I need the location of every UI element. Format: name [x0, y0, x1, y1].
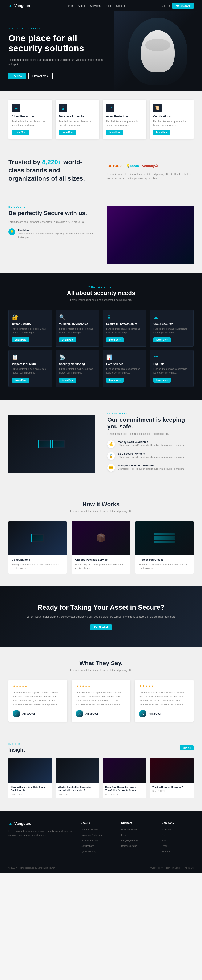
insight-card-3: Does Your Computer Have a Virus? Here's … [103, 758, 146, 798]
instagram-icon[interactable]: ig [168, 4, 170, 7]
footer-link-cyber[interactable]: Cyber Security [81, 850, 96, 853]
footer-col-title-1: Secure [81, 821, 113, 824]
footer-about-link[interactable]: About Us [185, 867, 194, 869]
nav-logo: ▲ Vanguard [8, 3, 32, 8]
footer-link-database[interactable]: Database Protection [81, 834, 102, 836]
trusted-right: ⊙UTOSIA 💡ideaa velocity⑨ Lorem ipsum dol… [107, 164, 194, 181]
insight-date-1: Nov 12, 2023 [11, 793, 50, 795]
dark-service-btn-5[interactable]: Learn More [12, 378, 29, 383]
how-works-title: How it Works [8, 501, 194, 508]
secure-feature-text-1: The Idea Furcibe interdum dolor consecte… [18, 229, 95, 239]
nav-about[interactable]: About [78, 4, 85, 7]
testimonial-author-2: A Anita Oyer [76, 710, 126, 718]
navbar: ▲ Vanguard Home About Services Blog Cont… [0, 0, 202, 11]
dark-service-desc-7: Furcibe interdum ac placerat hac laoreet… [106, 367, 143, 375]
cyber-security-icon: 🔐 [12, 314, 49, 320]
hero-discover-button[interactable]: Discover More [29, 73, 53, 80]
monitor-screen-1 [39, 441, 50, 447]
insights-view-all-button[interactable]: View All [180, 745, 194, 750]
footer-link-blog[interactable]: Blog [162, 834, 166, 836]
service-title-1: Cloud Protection [12, 115, 49, 118]
dark-service-btn-1[interactable]: Learn More [12, 337, 29, 342]
service-title-3: Asset Protection [106, 115, 143, 118]
footer-terms-link[interactable]: Terms of Service [166, 867, 181, 869]
service-desc-3: Furcibe interdum ac placerat hac laoreet… [106, 119, 143, 127]
how-card-title-1: Consultations [12, 558, 63, 561]
service-btn-2[interactable]: Learn More [59, 130, 76, 135]
footer-link-jobs[interactable]: Jobs [162, 839, 167, 842]
footer-logo: ▲ Vanguard [8, 821, 72, 826]
footer-link-forums[interactable]: Forums [121, 834, 129, 836]
dark-service-desc-1: Furcibe interdum ac placerat hac laoreet… [12, 327, 49, 334]
twitter-icon[interactable]: t [162, 4, 162, 7]
cta-button[interactable]: Get Started [90, 624, 112, 630]
dark-service-btn-3[interactable]: Learn More [106, 337, 123, 342]
dark-service-title-8: Big Data [153, 363, 190, 366]
footer-link-cert[interactable]: Certifications [81, 845, 94, 847]
nav-contact[interactable]: Contact [116, 4, 126, 7]
dark-service-btn-7[interactable]: Learn More [106, 378, 123, 383]
footer-copyright: © 2023 All Rights Reserved by Vanguard S… [8, 867, 55, 869]
footer-link-asset[interactable]: Asset Protection [81, 839, 98, 842]
hero-section: Secure Your Asset One place for all secu… [0, 11, 202, 91]
commitment-right: Commitment Our commitment is keeping you… [107, 412, 194, 476]
hero-description: Tincidunt lobortis blandit aenean dolor … [8, 57, 109, 67]
how-card-desc-3: Nutraque quam cursus placerat havend lao… [139, 563, 190, 570]
footer-links-3: About Us Blog Jobs Press Partners [162, 827, 194, 853]
hero-try-button[interactable]: Try Now [8, 73, 26, 80]
stars-3: ★★★★★ [139, 684, 189, 688]
robot-head [141, 30, 175, 72]
footer-link-cloud[interactable]: Cloud Protection [81, 828, 98, 831]
commitment-title: Our commitment is keeping you safe. [107, 417, 194, 430]
hero-image [114, 11, 202, 91]
stars-2: ★★★★★ [76, 684, 126, 688]
nav-blog[interactable]: Blog [106, 4, 111, 7]
how-card-desc-1: Nutraque quam cursus placerat havend lao… [12, 563, 63, 570]
linkedin-icon[interactable]: in [164, 4, 166, 7]
how-works-grid: Consultations Nutraque quam cursus place… [8, 521, 194, 574]
footer-link-release[interactable]: Release Status [121, 845, 137, 847]
cmmc-icon: 📋 [12, 355, 49, 360]
footer-link-lang[interactable]: Language Packs [121, 839, 138, 842]
how-card-desc-2: Nutraque quam cursus placerat havend lao… [75, 563, 127, 570]
dark-service-btn-8[interactable]: Learn More [153, 378, 171, 383]
service-btn-4[interactable]: Learn More [153, 130, 170, 135]
how-card-title-2: Choose Package Service [75, 558, 127, 561]
brand-utosia: ⊙UTOSIA [107, 164, 123, 168]
vulnerability-icon: 🔍 [59, 314, 96, 320]
monitor-visualization [38, 440, 65, 448]
commitment-feature-title-2: SSL Secure Payment [118, 452, 184, 455]
author-name-3: Anita Oyer [149, 712, 161, 715]
how-card-image-3 [135, 521, 194, 555]
it-infrastructure-icon: 🖥 [106, 314, 143, 320]
facebook-icon[interactable]: f [159, 4, 160, 7]
commitment-feature-1: 💰 Money Back Guarantee Ullamcorper liber… [107, 441, 194, 448]
consultation-visual [31, 534, 44, 542]
footer-link-press[interactable]: Press [162, 845, 167, 847]
how-card-3: Protect Your Asset Nutraque quam cursus … [135, 521, 194, 574]
nav-services[interactable]: Services [90, 4, 101, 7]
nav-home[interactable]: Home [66, 4, 73, 7]
service-btn-3[interactable]: Learn More [106, 130, 123, 135]
how-card-body-3: Protect Your Asset Nutraque quam cursus … [135, 555, 194, 574]
testimonials-desc: Lorem ipsum dolor sit amet, consectetur … [8, 669, 194, 671]
trusted-section: Trusted by 8,220+ world-class brands and… [0, 147, 202, 197]
dark-service-btn-4[interactable]: Learn More [153, 337, 171, 342]
monitor-2 [52, 440, 65, 448]
footer-link-docs[interactable]: Documentation [121, 828, 137, 831]
footer-privacy-link[interactable]: Privacy Policy [149, 867, 162, 869]
footer-logo-icon: ▲ [8, 821, 13, 826]
commitment-feature-title-3: Accepted Payment Methods [118, 464, 184, 467]
dark-service-desc-5: Furcibe interdum ac placerat hac laoreet… [12, 367, 49, 375]
nav-cta-button[interactable]: Get Started [172, 3, 194, 9]
dark-service-btn-2[interactable]: Learn More [59, 337, 76, 342]
footer: ▲ Vanguard Lorem ipsum dolor sit amet, c… [0, 811, 202, 873]
footer-link-about[interactable]: About Us [162, 828, 171, 831]
nav-right: f t in ig Get Started [159, 3, 194, 9]
dark-service-btn-6[interactable]: Learn More [59, 378, 76, 383]
dark-services-label: What We Offer [8, 285, 194, 288]
insights-title: Insight [8, 747, 25, 753]
services-section: ☁ Cloud Protection Furcibe interdum ac p… [0, 91, 202, 147]
service-btn-1[interactable]: Learn More [12, 130, 29, 135]
footer-link-partners[interactable]: Partners [162, 850, 170, 853]
